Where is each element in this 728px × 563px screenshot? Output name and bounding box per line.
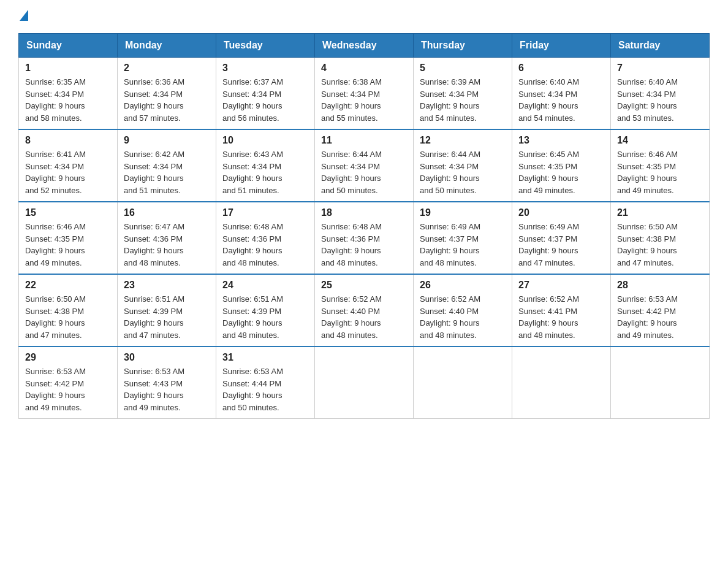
calendar-cell: 28 Sunrise: 6:53 AM Sunset: 4:42 PM Dayl…	[611, 274, 710, 347]
calendar-cell: 13 Sunrise: 6:45 AM Sunset: 4:35 PM Dayl…	[512, 129, 611, 202]
day-number: 22	[25, 280, 111, 291]
calendar-cell: 29 Sunrise: 6:53 AM Sunset: 4:42 PM Dayl…	[19, 347, 118, 419]
day-info: Sunrise: 6:35 AM Sunset: 4:34 PM Dayligh…	[25, 76, 111, 124]
day-number: 8	[25, 135, 111, 146]
page-header	[18, 12, 710, 21]
day-info: Sunrise: 6:45 AM Sunset: 4:35 PM Dayligh…	[518, 148, 604, 196]
day-info: Sunrise: 6:42 AM Sunset: 4:34 PM Dayligh…	[124, 148, 210, 196]
day-info: Sunrise: 6:44 AM Sunset: 4:34 PM Dayligh…	[321, 148, 407, 196]
day-number: 2	[124, 63, 210, 74]
day-info: Sunrise: 6:48 AM Sunset: 4:36 PM Dayligh…	[321, 221, 407, 269]
calendar-cell: 21 Sunrise: 6:50 AM Sunset: 4:38 PM Dayl…	[611, 202, 710, 274]
calendar-cell: 4 Sunrise: 6:38 AM Sunset: 4:34 PM Dayli…	[315, 58, 414, 130]
calendar-cell: 20 Sunrise: 6:49 AM Sunset: 4:37 PM Dayl…	[512, 202, 611, 274]
day-header-saturday: Saturday	[611, 34, 710, 58]
day-number: 17	[222, 207, 308, 218]
day-number: 20	[518, 207, 604, 218]
day-number: 1	[25, 63, 111, 74]
day-number: 21	[617, 207, 703, 218]
calendar-cell: 6 Sunrise: 6:40 AM Sunset: 4:34 PM Dayli…	[512, 58, 611, 130]
day-info: Sunrise: 6:46 AM Sunset: 4:35 PM Dayligh…	[25, 221, 111, 269]
day-info: Sunrise: 6:40 AM Sunset: 4:34 PM Dayligh…	[518, 76, 604, 124]
day-number: 18	[321, 207, 407, 218]
calendar-cell: 1 Sunrise: 6:35 AM Sunset: 4:34 PM Dayli…	[19, 58, 118, 130]
day-info: Sunrise: 6:53 AM Sunset: 4:42 PM Dayligh…	[25, 366, 111, 413]
calendar-week-row: 29 Sunrise: 6:53 AM Sunset: 4:42 PM Dayl…	[19, 347, 710, 419]
day-number: 11	[321, 135, 407, 146]
day-number: 12	[420, 135, 506, 146]
day-number: 28	[617, 280, 703, 291]
day-header-wednesday: Wednesday	[315, 34, 414, 58]
day-number: 14	[617, 135, 703, 146]
day-info: Sunrise: 6:47 AM Sunset: 4:36 PM Dayligh…	[124, 221, 210, 269]
day-info: Sunrise: 6:52 AM Sunset: 4:41 PM Dayligh…	[518, 293, 604, 341]
day-header-tuesday: Tuesday	[216, 34, 315, 58]
day-info: Sunrise: 6:40 AM Sunset: 4:34 PM Dayligh…	[617, 76, 703, 124]
calendar-cell: 27 Sunrise: 6:52 AM Sunset: 4:41 PM Dayl…	[512, 274, 611, 347]
day-number: 10	[222, 135, 308, 146]
calendar-week-row: 22 Sunrise: 6:50 AM Sunset: 4:38 PM Dayl…	[19, 274, 710, 347]
day-info: Sunrise: 6:43 AM Sunset: 4:34 PM Dayligh…	[222, 148, 308, 196]
day-number: 30	[124, 352, 210, 363]
calendar-cell: 23 Sunrise: 6:51 AM Sunset: 4:39 PM Dayl…	[118, 274, 216, 347]
calendar-cell: 14 Sunrise: 6:46 AM Sunset: 4:35 PM Dayl…	[611, 129, 710, 202]
day-number: 31	[222, 352, 308, 363]
calendar-cell: 16 Sunrise: 6:47 AM Sunset: 4:36 PM Dayl…	[118, 202, 216, 274]
calendar-cell: 3 Sunrise: 6:37 AM Sunset: 4:34 PM Dayli…	[216, 58, 315, 130]
calendar-cell: 24 Sunrise: 6:51 AM Sunset: 4:39 PM Dayl…	[216, 274, 315, 347]
day-number: 29	[25, 352, 111, 363]
calendar-cell: 2 Sunrise: 6:36 AM Sunset: 4:34 PM Dayli…	[118, 58, 216, 130]
calendar-cell: 17 Sunrise: 6:48 AM Sunset: 4:36 PM Dayl…	[216, 202, 315, 274]
logo-blue-part	[18, 12, 28, 21]
day-info: Sunrise: 6:52 AM Sunset: 4:40 PM Dayligh…	[321, 293, 407, 341]
day-header-monday: Monday	[118, 34, 216, 58]
calendar-cell: 5 Sunrise: 6:39 AM Sunset: 4:34 PM Dayli…	[414, 58, 512, 130]
day-number: 15	[25, 207, 111, 218]
day-info: Sunrise: 6:48 AM Sunset: 4:36 PM Dayligh…	[222, 221, 308, 269]
calendar-cell: 15 Sunrise: 6:46 AM Sunset: 4:35 PM Dayl…	[19, 202, 118, 274]
day-info: Sunrise: 6:38 AM Sunset: 4:34 PM Dayligh…	[321, 76, 407, 124]
day-number: 3	[222, 63, 308, 74]
day-info: Sunrise: 6:51 AM Sunset: 4:39 PM Dayligh…	[222, 293, 308, 341]
day-info: Sunrise: 6:53 AM Sunset: 4:44 PM Dayligh…	[222, 366, 308, 413]
day-number: 7	[617, 63, 703, 74]
day-info: Sunrise: 6:53 AM Sunset: 4:42 PM Dayligh…	[617, 293, 703, 341]
calendar-cell: 10 Sunrise: 6:43 AM Sunset: 4:34 PM Dayl…	[216, 129, 315, 202]
day-number: 27	[518, 280, 604, 291]
day-info: Sunrise: 6:50 AM Sunset: 4:38 PM Dayligh…	[617, 221, 703, 269]
day-info: Sunrise: 6:49 AM Sunset: 4:37 PM Dayligh…	[518, 221, 604, 269]
calendar-cell: 7 Sunrise: 6:40 AM Sunset: 4:34 PM Dayli…	[611, 58, 710, 130]
day-info: Sunrise: 6:36 AM Sunset: 4:34 PM Dayligh…	[124, 76, 210, 124]
day-info: Sunrise: 6:52 AM Sunset: 4:40 PM Dayligh…	[420, 293, 506, 341]
calendar-cell	[611, 347, 710, 419]
day-info: Sunrise: 6:41 AM Sunset: 4:34 PM Dayligh…	[25, 148, 111, 196]
calendar-cell: 26 Sunrise: 6:52 AM Sunset: 4:40 PM Dayl…	[414, 274, 512, 347]
calendar-cell	[315, 347, 414, 419]
calendar-cell	[414, 347, 512, 419]
calendar-cell: 8 Sunrise: 6:41 AM Sunset: 4:34 PM Dayli…	[19, 129, 118, 202]
calendar-table: SundayMondayTuesdayWednesdayThursdayFrid…	[18, 33, 710, 419]
day-number: 16	[124, 207, 210, 218]
calendar-cell: 12 Sunrise: 6:44 AM Sunset: 4:34 PM Dayl…	[414, 129, 512, 202]
calendar-cell: 25 Sunrise: 6:52 AM Sunset: 4:40 PM Dayl…	[315, 274, 414, 347]
days-header-row: SundayMondayTuesdayWednesdayThursdayFrid…	[19, 34, 710, 58]
day-number: 24	[222, 280, 308, 291]
calendar-cell: 30 Sunrise: 6:53 AM Sunset: 4:43 PM Dayl…	[118, 347, 216, 419]
day-number: 6	[518, 63, 604, 74]
calendar-cell: 9 Sunrise: 6:42 AM Sunset: 4:34 PM Dayli…	[118, 129, 216, 202]
day-number: 9	[124, 135, 210, 146]
day-number: 5	[420, 63, 506, 74]
day-info: Sunrise: 6:37 AM Sunset: 4:34 PM Dayligh…	[222, 76, 308, 124]
calendar-week-row: 8 Sunrise: 6:41 AM Sunset: 4:34 PM Dayli…	[19, 129, 710, 202]
day-number: 25	[321, 280, 407, 291]
calendar-week-row: 1 Sunrise: 6:35 AM Sunset: 4:34 PM Dayli…	[19, 58, 710, 130]
day-number: 19	[420, 207, 506, 218]
calendar-cell	[512, 347, 611, 419]
calendar-cell: 19 Sunrise: 6:49 AM Sunset: 4:37 PM Dayl…	[414, 202, 512, 274]
day-number: 23	[124, 280, 210, 291]
calendar-week-row: 15 Sunrise: 6:46 AM Sunset: 4:35 PM Dayl…	[19, 202, 710, 274]
day-info: Sunrise: 6:39 AM Sunset: 4:34 PM Dayligh…	[420, 76, 506, 124]
day-info: Sunrise: 6:51 AM Sunset: 4:39 PM Dayligh…	[124, 293, 210, 341]
day-header-friday: Friday	[512, 34, 611, 58]
calendar-cell: 11 Sunrise: 6:44 AM Sunset: 4:34 PM Dayl…	[315, 129, 414, 202]
